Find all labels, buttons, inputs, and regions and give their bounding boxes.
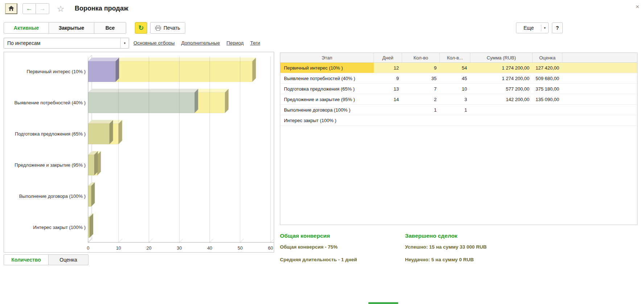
table-cell[interactable]: 2: [402, 94, 440, 104]
table-cell-filler: [562, 84, 637, 94]
table-row-2[interactable]: Выявление потребностей (40% )935451 274 …: [280, 73, 637, 84]
table-cell[interactable]: 375 180,00: [533, 84, 562, 94]
conversion-lines: Общая конверсия - 75%Средняя длительност…: [280, 244, 405, 262]
category-label: Интерес закрыт (100% ): [33, 225, 86, 230]
table-cell[interactable]: [470, 105, 533, 115]
table-cell[interactable]: 45: [440, 73, 470, 83]
home-button[interactable]: [5, 3, 17, 14]
view-tab-3[interactable]: Все: [94, 22, 126, 34]
refresh-button[interactable]: ↻: [135, 22, 147, 34]
view-tab-1[interactable]: Активные: [4, 22, 49, 34]
filter-link-4[interactable]: Теги: [250, 40, 260, 46]
deals-title: Завершено сделок: [405, 233, 637, 239]
category-label: Первичный интерес (10% ): [27, 69, 86, 74]
favorite-star-icon[interactable]: ☆: [57, 3, 65, 14]
table-cell[interactable]: 127 420,00: [533, 63, 562, 73]
funnel-bar-6[interactable]: [88, 213, 93, 238]
column-header-1[interactable]: Этап: [280, 53, 374, 62]
table-row-4[interactable]: Предложение и закрытие (95% )1423142 200…: [280, 94, 637, 105]
deals-line-1: Успешно: 15 на сумму 33 000 RUB: [405, 244, 637, 250]
column-header-6[interactable]: Оценка: [533, 53, 562, 62]
funnel-bar-3[interactable]: [88, 120, 122, 144]
column-header-2[interactable]: Дней: [374, 53, 402, 62]
page-title: Воронка продаж: [75, 5, 128, 12]
filter-link-3[interactable]: Период: [227, 40, 244, 46]
table-cell[interactable]: 577 200,00: [470, 84, 533, 94]
column-header-3[interactable]: Кол-во: [402, 53, 440, 62]
history-nav: ← →: [22, 3, 49, 14]
group-by-select[interactable]: По интересам ▾: [4, 38, 129, 49]
print-button-label: Печать: [164, 25, 180, 31]
table-cell[interactable]: 10: [440, 84, 470, 94]
table-cell[interactable]: [402, 115, 440, 125]
chart-tab-2[interactable]: Оценка: [49, 254, 88, 265]
funnel-bar-5[interactable]: [88, 182, 95, 207]
column-header-filler: [562, 53, 637, 62]
table-row-1[interactable]: Первичный интерес (10% )129541 274 200,0…: [280, 63, 637, 73]
chart-tab-1[interactable]: Количество: [4, 254, 49, 265]
funnel-bar-4[interactable]: [88, 151, 101, 175]
x-tick-label: 60: [268, 246, 273, 251]
table-cell[interactable]: Выявление потребностей (40% ): [280, 73, 374, 83]
printer-icon: [155, 25, 161, 31]
table-cell[interactable]: [440, 115, 470, 125]
table-cell[interactable]: 14: [374, 94, 402, 104]
table-cell[interactable]: 9: [402, 63, 440, 73]
filter-link-2[interactable]: Дополнительные: [181, 40, 220, 46]
table-cell[interactable]: Интерес закрыт (100% ): [280, 115, 374, 125]
table-row-3[interactable]: Подготовка предложения (65% )13710577 20…: [280, 84, 637, 94]
filter-link-1[interactable]: Основные отборы: [133, 40, 175, 46]
table-cell[interactable]: 3: [440, 94, 470, 104]
x-tick-label: 40: [207, 246, 212, 251]
funnel-bar-2[interactable]: [88, 89, 228, 113]
deals-line-2: Неудачно: 5 на сумму 0 RUB: [405, 257, 637, 262]
back-button[interactable]: ←: [22, 3, 36, 14]
column-header-4[interactable]: Кол-в...: [440, 53, 470, 62]
table-row-5[interactable]: Выполнение договора (100% )11: [280, 105, 637, 115]
table-header: ЭтапДнейКол-воКол-в...Сумма (RUB)Оценка: [280, 53, 637, 63]
table-cell[interactable]: [533, 105, 562, 115]
table-cell[interactable]: 509 680,00: [533, 73, 562, 83]
view-tab-2[interactable]: Закрытые: [49, 22, 94, 34]
table-cell[interactable]: 1 274 200,00: [470, 63, 533, 73]
table-cell[interactable]: 54: [440, 63, 470, 73]
close-icon[interactable]: ×: [636, 3, 639, 11]
deals-summary: Завершено сделок Успешно: 15 на сумму 33…: [405, 233, 637, 270]
table-cell[interactable]: [533, 115, 562, 125]
filter-links: Основные отборыДополнительныеПериодТеги: [133, 40, 260, 46]
help-button[interactable]: ?: [552, 22, 563, 33]
funnel-chart-svg: Первичный интерес (10% )Выявление потреб…: [4, 52, 274, 252]
table-cell[interactable]: 7: [402, 84, 440, 94]
more-button[interactable]: Еще ▾: [516, 22, 549, 33]
forward-button[interactable]: →: [36, 3, 49, 14]
funnel-bar-1[interactable]: [88, 58, 256, 82]
stages-table: ЭтапДнейКол-воКол-в...Сумма (RUB)Оценка …: [280, 53, 637, 225]
table-cell[interactable]: 1: [440, 105, 470, 115]
table-cell[interactable]: [374, 115, 402, 125]
chart-mode-tabs: КоличествоОценка: [4, 254, 88, 265]
print-button[interactable]: Печать: [150, 22, 185, 34]
table-row-6[interactable]: Интерес закрыт (100% ): [280, 115, 637, 126]
table-cell[interactable]: 13: [374, 84, 402, 94]
table-cell[interactable]: [470, 115, 533, 125]
column-header-5[interactable]: Сумма (RUB): [470, 53, 533, 62]
table-cell[interactable]: Подготовка предложения (65% ): [280, 84, 374, 94]
chevron-down-icon[interactable]: ▾: [120, 38, 129, 48]
table-cell[interactable]: 35: [402, 73, 440, 83]
table-cell[interactable]: Выполнение договора (100% ): [280, 105, 374, 115]
table-cell[interactable]: 12: [374, 63, 402, 73]
table-cell[interactable]: 1: [402, 105, 440, 115]
chart-grid: 0102030405060: [87, 57, 274, 251]
table-cell-filler: [562, 115, 637, 125]
table-cell[interactable]: 142 200,00: [470, 94, 533, 104]
table-body: Первичный интерес (10% )129541 274 200,0…: [280, 63, 637, 126]
table-cell[interactable]: Предложение и закрытие (95% ): [280, 94, 374, 104]
table-cell[interactable]: 1 274 200,00: [470, 73, 533, 83]
table-cell[interactable]: 9: [374, 73, 402, 83]
table-cell-filler: [562, 94, 637, 104]
table-cell[interactable]: [374, 105, 402, 115]
table-cell[interactable]: Первичный интерес (10% ): [280, 63, 374, 73]
summary-section: Общая конверсия Общая конверсия - 75%Сре…: [280, 233, 637, 270]
table-cell[interactable]: 135 090,00: [533, 94, 562, 104]
sales-funnel-window: ← → ☆ Воронка продаж × АктивныеЗакрытыеВ…: [0, 0, 644, 304]
